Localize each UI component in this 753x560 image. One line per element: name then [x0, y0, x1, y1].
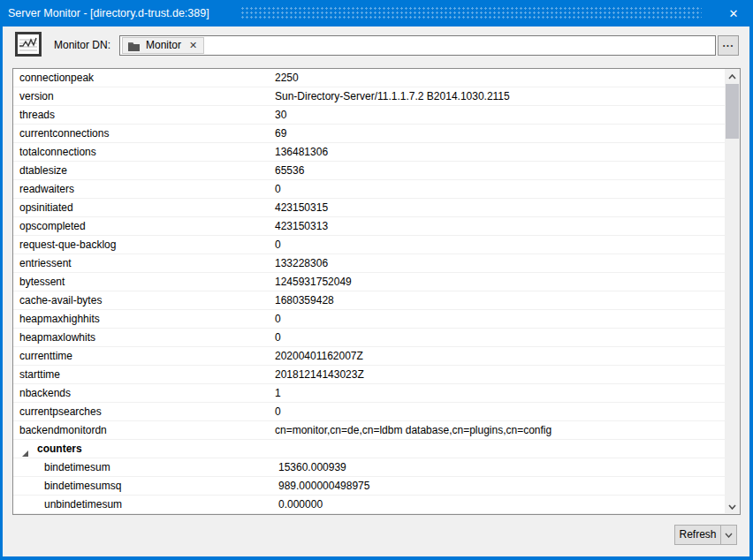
- attribute-name: bytessent: [19, 273, 65, 291]
- table-row[interactable]: threads30: [13, 106, 725, 125]
- table-row[interactable]: totalconnections136481306: [13, 143, 725, 162]
- attribute-value: 0: [275, 180, 281, 198]
- attribute-value: 2250: [275, 69, 299, 87]
- attribute-name: starttime: [19, 366, 60, 383]
- attribute-value: 15360.000939: [278, 458, 346, 476]
- attribute-name: bindetimesumsq: [44, 477, 121, 495]
- table-row[interactable]: request-que-backlog0: [13, 236, 725, 254]
- monitor-attribute-table: connectionpeak2250versionSun-Directory-S…: [12, 68, 741, 515]
- attribute-value: 69: [275, 125, 286, 142]
- attribute-value: 0.000000: [278, 496, 323, 513]
- attribute-name: currentpsearches: [19, 403, 102, 420]
- attribute-name: request-que-backlog: [19, 236, 116, 254]
- table-row[interactable]: nbackends1: [13, 384, 725, 403]
- chevron-down-icon: [728, 504, 736, 510]
- table-row[interactable]: bindetimesumsq989.000000498975: [13, 477, 725, 496]
- window-border-left: [0, 26, 3, 560]
- attribute-value: 423150315: [275, 199, 328, 216]
- attribute-value: 1680359428: [275, 291, 334, 309]
- attribute-value: 1245931752049: [275, 273, 352, 291]
- scrollbar-down-button[interactable]: [725, 499, 740, 514]
- attribute-name: heapmaxhighhits: [19, 310, 100, 328]
- close-icon: ✕: [729, 7, 739, 20]
- window-title: Server Monitor - [directory.d-trust.de:3…: [8, 0, 209, 26]
- triangle-expanded-icon[interactable]: [21, 445, 29, 453]
- attribute-name: connectionpeak: [19, 69, 94, 87]
- refresh-dropdown-button[interactable]: [720, 526, 736, 544]
- attribute-value: 20200401162007Z: [275, 347, 363, 365]
- refresh-split-button[interactable]: Refresh: [674, 525, 737, 545]
- table-row[interactable]: opscompleted423150313: [13, 217, 725, 236]
- attribute-value: 423150313: [275, 217, 328, 235]
- table-row[interactable]: starttime20181214143023Z: [13, 366, 725, 384]
- attribute-value: 20181214143023Z: [275, 366, 364, 383]
- attribute-value: 30: [275, 106, 286, 124]
- attribute-name: threads: [19, 106, 55, 124]
- attribute-value: 0: [275, 403, 281, 420]
- chip-close-icon[interactable]: ✕: [189, 40, 197, 51]
- attribute-value: 136481306: [275, 143, 328, 161]
- attribute-value: 0: [275, 310, 281, 328]
- table-row[interactable]: cache-avail-bytes1680359428: [13, 291, 725, 310]
- scrollbar-thumb[interactable]: [726, 84, 739, 139]
- table-row[interactable]: opsinitiated423150315: [13, 199, 725, 217]
- attribute-value: 989.000000498975: [278, 477, 369, 495]
- attribute-name: backendmonitordn: [19, 421, 107, 439]
- line-chart-icon[interactable]: [15, 32, 42, 57]
- attribute-name: version: [19, 87, 54, 105]
- table-row[interactable]: currenttime20200401162007Z: [13, 347, 725, 366]
- chevron-down-icon: [725, 533, 733, 538]
- attribute-value: 65536: [275, 162, 304, 179]
- titlebar: Server Monitor - [directory.d-trust.de:3…: [0, 0, 753, 26]
- table-row[interactable]: unbindetimesum0.000000: [13, 496, 725, 514]
- table-row[interactable]: entriessent133228306: [13, 254, 725, 273]
- monitor-dn-chip[interactable]: Monitor ✕: [122, 37, 204, 54]
- server-monitor-window: { "window": { "title": "Server Monitor -…: [0, 0, 753, 560]
- attribute-name: opsinitiated: [19, 199, 73, 216]
- attribute-value: cn=monitor,cn=de,cn=ldbm database,cn=plu…: [275, 421, 551, 439]
- attribute-name: currenttime: [19, 347, 72, 365]
- attribute-name: dtablesize: [19, 162, 67, 179]
- attribute-value: 1: [275, 384, 281, 402]
- chevron-up-icon: [728, 74, 736, 79]
- monitor-dn-field[interactable]: Monitor ✕: [119, 35, 716, 56]
- window-border-bottom: [0, 556, 753, 560]
- table-row[interactable]: readwaiters0: [13, 180, 725, 199]
- table-row[interactable]: bindetimesum15360.000939: [13, 458, 725, 477]
- window-close-button[interactable]: ✕: [718, 0, 749, 26]
- group-label: counters: [37, 440, 82, 458]
- table-row[interactable]: heapmaxlowhits0: [13, 329, 725, 347]
- attribute-value: Sun-Directory-Server/11.1.1.7.2 B2014.10…: [275, 87, 510, 105]
- attribute-value: 0: [275, 236, 281, 254]
- table-row[interactable]: bytessent1245931752049: [13, 273, 725, 291]
- attribute-name: currentconnections: [19, 125, 109, 142]
- attribute-name: opscompleted: [19, 217, 86, 235]
- attribute-name: entriessent: [19, 254, 72, 272]
- table-row[interactable]: connectionpeak2250: [13, 69, 725, 87]
- table-row[interactable]: versionSun-Directory-Server/11.1.1.7.2 B…: [13, 87, 725, 106]
- table-row[interactable]: heapmaxhighhits0: [13, 310, 725, 329]
- group-row[interactable]: counters: [13, 440, 725, 458]
- titlebar-dither-pattern: [240, 6, 702, 20]
- attribute-name: bindetimesum: [44, 458, 110, 476]
- monitor-dn-chip-label: Monitor: [146, 38, 181, 53]
- refresh-button[interactable]: Refresh: [675, 526, 720, 544]
- table-row[interactable]: dtablesize65536: [13, 162, 725, 180]
- table-row[interactable]: currentconnections69: [13, 125, 725, 143]
- table-row[interactable]: currentpsearches0: [13, 403, 725, 421]
- attribute-name: nbackends: [19, 384, 71, 402]
- attribute-name: totalconnections: [19, 143, 96, 161]
- table-row[interactable]: backendmonitordncn=monitor,cn=de,cn=ldbm…: [13, 421, 725, 440]
- monitor-table-rows: connectionpeak2250versionSun-Directory-S…: [13, 69, 725, 514]
- attribute-value: 133228306: [275, 254, 328, 272]
- monitor-dn-label: Monitor DN:: [54, 35, 110, 56]
- attribute-name: unbindetimesum: [44, 496, 122, 513]
- vertical-scrollbar[interactable]: [725, 69, 740, 514]
- browse-dn-button[interactable]: ...: [718, 35, 739, 56]
- attribute-value: 0: [275, 329, 281, 346]
- attribute-name: readwaiters: [19, 180, 74, 198]
- attribute-name: cache-avail-bytes: [19, 291, 102, 309]
- window-border-right: [749, 26, 753, 560]
- scrollbar-up-button[interactable]: [725, 69, 740, 84]
- folder-icon: [127, 41, 141, 51]
